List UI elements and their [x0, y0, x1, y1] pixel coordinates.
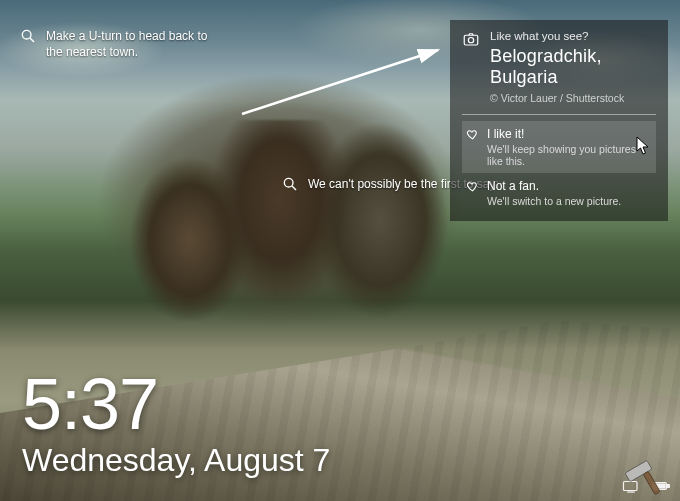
dislike-option[interactable]: Not a fan. We'll switch to a new picture…: [462, 173, 656, 213]
mouse-cursor: [636, 136, 650, 156]
svg-point-5: [468, 38, 473, 43]
like-label: I like it!: [487, 127, 652, 141]
lockscreen-clock: 5:37 Wednesday, August 7: [22, 368, 330, 479]
svg-rect-4: [464, 35, 478, 45]
like-sub: We'll keep showing you pictures like thi…: [487, 143, 652, 167]
search-icon: [282, 176, 298, 192]
spotlight-tip-left[interactable]: Make a U-turn to head back to the neares…: [20, 28, 216, 60]
dislike-sub: We'll switch to a new picture.: [487, 195, 621, 207]
spotlight-tip-left-text: Make a U-turn to head back to the neares…: [46, 28, 216, 60]
search-icon: [20, 28, 36, 44]
camera-icon: [462, 30, 480, 104]
dislike-label: Not a fan.: [487, 179, 621, 193]
svg-point-2: [284, 178, 293, 187]
divider: [462, 114, 656, 115]
heart-icon: [466, 179, 479, 193]
like-option[interactable]: I like it! We'll keep showing you pictur…: [462, 121, 656, 173]
svg-line-1: [30, 38, 34, 42]
watermark-hammer-icon: [620, 447, 674, 501]
svg-point-0: [22, 30, 31, 39]
card-title: Belogradchik, Bulgaria: [490, 46, 656, 88]
card-question: Like what you see?: [490, 30, 656, 42]
spotlight-card: Like what you see? Belogradchik, Bulgari…: [450, 20, 668, 221]
clock-time: 5:37: [22, 368, 330, 440]
svg-line-3: [292, 186, 296, 190]
clock-date: Wednesday, August 7: [22, 442, 330, 479]
heart-icon: [466, 127, 479, 141]
card-credit: © Victor Lauer / Shutterstock: [490, 92, 656, 104]
svg-rect-12: [643, 471, 660, 494]
